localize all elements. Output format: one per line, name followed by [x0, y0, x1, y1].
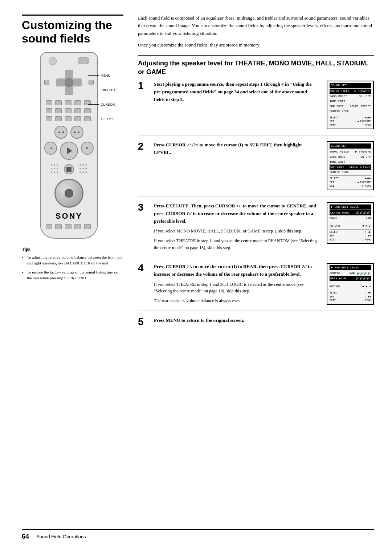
grid-btn-13: [65, 116, 72, 121]
remote-grid-row3: [44, 115, 94, 123]
screen-3-title: ▶ SUR EDIT LEVEL: [330, 204, 371, 210]
grid-btn-b3: [65, 224, 72, 229]
tips-title: Tips: [22, 246, 123, 252]
remote-illustration: ◄◄ ►► |◄ ⏸: [22, 52, 116, 239]
tips-list: To adjust the relative volume balance be…: [22, 254, 123, 281]
cursor-keys-label: > / . / ? / /: [88, 117, 116, 121]
step-2: 2 Press CURSOR >/./?// to move the curso…: [138, 141, 374, 197]
step-3-sub2: If you select THEATRE in step 1, and you…: [154, 238, 319, 251]
step-2-screen: SOUND SET SOUND FIELD ▶ THEATRE BASS BOO…: [327, 141, 374, 190]
step-1-main: Start playing a programme source, then r…: [154, 81, 319, 103]
remote-top-oval: [78, 57, 89, 64]
page-title: Customizing the sound fields: [22, 15, 123, 45]
step-3-sub1: If you select MONO MOVIE, HALL, STADIUM,…: [154, 228, 319, 235]
screen-2-title: SOUND SET: [330, 143, 371, 149]
step-4-number: 4: [138, 263, 151, 273]
screen-1-row-5: CENTRE MODE: [330, 109, 371, 114]
menu-label: MENU: [88, 74, 116, 77]
remote-transport-controls-2: |◄ ⏸: [44, 142, 94, 160]
step-2-content: Press CURSOR >/./?// to move the cursor …: [151, 141, 374, 190]
step-2-text: Press CURSOR >/./?// to move the cursor …: [154, 141, 319, 159]
play-triangle-icon: [67, 147, 72, 154]
step-3-with-image: Press EXECUTE. Then, press CURSOR >/. to…: [154, 202, 374, 251]
step-3-bold: Press EXECUTE. Then, press CURSOR >/. to…: [154, 203, 316, 224]
screen-2-row-1: SOUND FIELD ▶ THEATRE: [330, 149, 371, 154]
grid-btn-b4: [74, 224, 81, 229]
ffwd-btn: ►►: [70, 126, 83, 139]
left-column: Customizing the sound fields: [22, 15, 131, 522]
step-4-content: Press CURSOR >/. to move the cursor (I) …: [151, 263, 374, 305]
right-column: Each sound field is composed of an equal…: [131, 15, 374, 522]
screen-1-divider: [330, 115, 371, 115]
step-4-main: Press CURSOR >/. to move the cursor (I) …: [154, 263, 319, 278]
step-3-main: Press EXECUTE. Then, press CURSOR >/. to…: [154, 202, 319, 225]
step-2-number: 2: [138, 141, 151, 151]
screen-2-row-4: SUR EDIT LEVEL EFFECT: [330, 165, 371, 170]
screen-4-mockup: ▶ SUR EDIT LEVEL CENTRE 0dB 🔊🔊🔊🔊 REAR ▶0…: [327, 263, 374, 305]
screen-3-row-1: CENTRE ▶0dB 🔊🔊🔊🔊: [330, 210, 371, 215]
step-5-bold: Press MENU to return to the original scr…: [154, 317, 244, 323]
sony-logo: SONY: [44, 211, 94, 221]
screen-1-row-1: SOUND FIELD ▶ THEATRE: [330, 89, 371, 94]
screen-3-return: RETURN ◄ ► ▷: [330, 223, 371, 228]
screen-1-title: SOUND SET: [330, 83, 371, 88]
remote-power-btn: [49, 57, 57, 65]
remote-nav-cross: [56, 70, 82, 95]
rewind-btn: ◄◄: [54, 126, 68, 139]
step-4-text: Press CURSOR >/. to move the cursor (I) …: [154, 263, 319, 304]
step-4-bold: Press CURSOR >/. to move the cursor (I) …: [154, 264, 312, 277]
step-1: 1 Start playing a programme source, then…: [138, 81, 374, 136]
cross-center: [65, 78, 73, 87]
remote-labels: MENU EXECUTE CURSOR > / . / ? / /: [88, 74, 116, 132]
screen-4-title: ▶ SUR EDIT LEVEL: [330, 265, 371, 270]
remote-grid-row1: [44, 99, 94, 107]
grid-btn-4: [74, 100, 81, 105]
footer-section-title: Sound Field Operations: [36, 534, 86, 539]
screen-1-row-3: TONE EDIT: [330, 99, 371, 104]
grid-btn-7: [55, 108, 62, 113]
grid-btn-9: [74, 108, 81, 113]
step-1-with-image: Start playing a programme source, then r…: [154, 81, 374, 130]
grid-btn-11: [46, 116, 52, 121]
step-3-number: 3: [138, 202, 151, 212]
remote-transport-controls: ◄◄ ►►: [44, 126, 94, 139]
step-5-number: 5: [138, 317, 151, 327]
screen-3-footer: SELECT: ◄► SET: ▲▼ EXIT: MENU: [330, 230, 371, 242]
screen-1-row-4: SUR EDIT LEVEL EFFECT: [330, 104, 371, 109]
step-1-bold: Start playing a programme source, then r…: [154, 81, 312, 102]
remote-top-buttons: [44, 57, 94, 65]
screen-2-row-2: BASS BOOST ON OFF: [330, 154, 371, 159]
intro-para2: Once you customize the sound fields, the…: [138, 41, 374, 49]
screen-4-footer: SELECT: ◄► SET: ▲▼ EXIT: MENU: [330, 291, 371, 303]
grid-btn-b5: [84, 224, 91, 229]
pause-btn: ⏸: [81, 142, 94, 155]
step-5: 5 Press MENU to return to the original s…: [138, 317, 374, 333]
screen-3-row-2: REAR 0dB: [330, 215, 371, 220]
step-3-content: Press EXECUTE. Then, press CURSOR >/. to…: [151, 202, 374, 251]
page-footer: 64 Sound Field Operations: [22, 529, 374, 540]
step-4: 4 Press CURSOR >/. to move the cursor (I…: [138, 263, 374, 311]
step-5-main: Press MENU to return to the original scr…: [154, 317, 374, 324]
intro-para1: Each sound field is composed of an equal…: [138, 15, 374, 37]
main-content: Customizing the sound fields: [22, 15, 374, 522]
step-4-sub1: If you select THEATRE in step 1 and 3CH …: [154, 281, 319, 295]
play-btn: [60, 142, 78, 160]
screen-4-row-2: REAR ▶0dB 🔊🔊🔊🔊: [330, 276, 371, 281]
stop-icon: [66, 167, 72, 172]
screen-2-row-3: TONE EDIT: [330, 159, 371, 165]
screen-4-row-1: CENTRE 0dB 🔊🔊🔊🔊: [330, 271, 371, 276]
step-4-with-image: Press CURSOR >/. to move the cursor (I) …: [154, 263, 374, 305]
grid-btn-1: [46, 100, 52, 105]
screen-1-mockup: SOUND SET SOUND FIELD ▶ THEATRE BASS BOO…: [327, 81, 374, 130]
dot-cluster-left: [51, 164, 58, 174]
section-heading: Adjusting the speaker level for THEATRE,…: [138, 55, 374, 76]
step-2-with-image: Press CURSOR >/./?// to move the cursor …: [154, 141, 374, 190]
step-2-bold: Press CURSOR >/./?// to move the cursor …: [154, 142, 302, 155]
remote-nav-row1: [44, 68, 94, 97]
stop-btn: [64, 164, 74, 174]
grid-btn-8: [65, 108, 72, 113]
screen-4-return: RETURN ◄ ► ▷: [330, 284, 371, 289]
step-4-sub2: The rear speakers' volume balance is alw…: [154, 297, 319, 304]
step-3: 3 Press EXECUTE. Then, press CURSOR >/. …: [138, 202, 374, 257]
screen-3-mockup: ▶ SUR EDIT LEVEL CENTRE ▶0dB 🔊🔊🔊🔊 REAR 0…: [327, 202, 374, 244]
